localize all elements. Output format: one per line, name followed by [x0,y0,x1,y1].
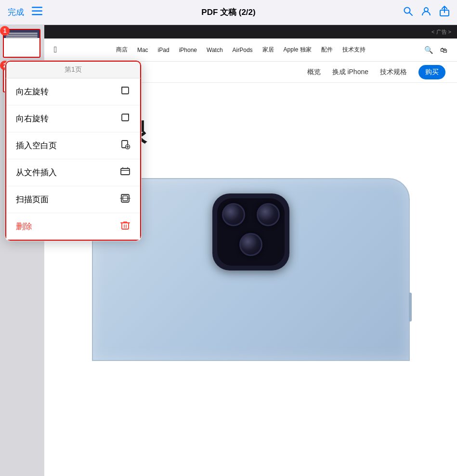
badge-1: 1 [0,26,10,36]
apple-nav-icons: 🔍 🛍 [424,46,447,54]
svg-rect-17 [122,223,129,229]
menu-item-insert-file[interactable]: 从文件插入 [6,159,140,186]
rotate-right-icon [120,112,131,125]
camera-inner [217,198,285,266]
nav-store[interactable]: 商店 [116,46,128,54]
rotate-left-icon [120,85,131,98]
camera-lens-tr [257,203,280,226]
person-icon[interactable] [421,6,431,18]
svg-rect-2 [32,14,42,15]
ad-text: < 广告 > [431,28,451,36]
scan-icon [120,193,131,206]
toolbar-title: PDF 文稿 (2/2) [201,7,255,18]
list-icon[interactable] [32,7,42,18]
subnav-specs[interactable]: 技术规格 [380,68,407,77]
ad-bar: < 广告 > [44,25,457,39]
menu-item-scan[interactable]: 扫描页面 [6,186,140,213]
search-icon[interactable] [403,6,413,18]
camera-module [212,193,289,270]
side-button [409,293,412,322]
apple-nav:  商店 Mac iPad iPhone Watch AirPods 家居 Ap… [44,39,457,62]
camera-lens-tl [222,203,245,226]
toolbar: 完成 PDF 文稿 (2/2) [0,0,457,25]
insert-blank-icon [120,139,131,152]
svg-rect-13 [121,168,130,175]
nav-bag-icon[interactable]: 🛍 [440,46,447,54]
nav-airpods[interactable]: AirPods [233,47,253,53]
rotate-left-label: 向左旋转 [16,86,49,97]
nav-mac[interactable]: Mac [137,47,148,53]
buy-button[interactable]: 购买 [418,65,445,79]
apple-logo-icon[interactable]:  [54,45,57,55]
nav-accessories[interactable]: 配件 [321,46,333,54]
nav-apple-exclusive[interactable]: Apple 独家 [284,46,312,54]
rotate-right-label: 向右旋转 [16,113,49,124]
insert-file-label: 从文件插入 [16,167,57,178]
thumbnail-1[interactable]: 1 [3,29,41,58]
done-button[interactable]: 完成 [8,7,24,18]
menu-item-delete[interactable]: 删除 [6,213,140,240]
camera-lens-bl [239,233,262,256]
svg-line-4 [409,13,412,15]
context-menu: 第1页 向左旋转 向右旋转 插入空白页 [5,60,142,241]
subnav-switch[interactable]: 换成 iPhone [332,68,368,77]
toolbar-right [403,6,449,19]
delete-icon [120,220,131,233]
insert-blank-label: 插入空白页 [16,140,57,151]
context-menu-body: 向左旋转 向右旋转 插入空白页 [5,78,141,241]
scan-label: 扫描页面 [16,194,49,205]
svg-point-5 [424,8,428,12]
svg-rect-7 [122,87,129,94]
toolbar-left: 完成 [8,7,42,18]
nav-support[interactable]: 技术支持 [342,46,366,54]
nav-ipad[interactable]: iPad [158,47,170,53]
menu-item-rotate-left[interactable]: 向左旋转 [6,78,140,105]
insert-file-icon [120,166,131,179]
svg-rect-1 [32,11,42,12]
nav-iphone[interactable]: iPhone [179,47,197,53]
menu-item-rotate-right[interactable]: 向右旋转 [6,105,140,132]
nav-search-icon[interactable]: 🔍 [424,46,433,54]
svg-rect-8 [122,114,129,121]
share-icon[interactable] [440,6,449,19]
menu-item-insert-blank[interactable]: 插入空白页 [6,132,140,159]
subnav-overview[interactable]: 概览 [307,68,321,77]
delete-label: 删除 [16,221,32,232]
apple-nav-items: 商店 Mac iPad iPhone Watch AirPods 家居 Appl… [116,46,366,54]
nav-home[interactable]: 家居 [262,46,274,54]
nav-watch[interactable]: Watch [207,47,223,53]
context-menu-header: 第1页 [5,61,141,78]
svg-rect-0 [32,7,42,8]
